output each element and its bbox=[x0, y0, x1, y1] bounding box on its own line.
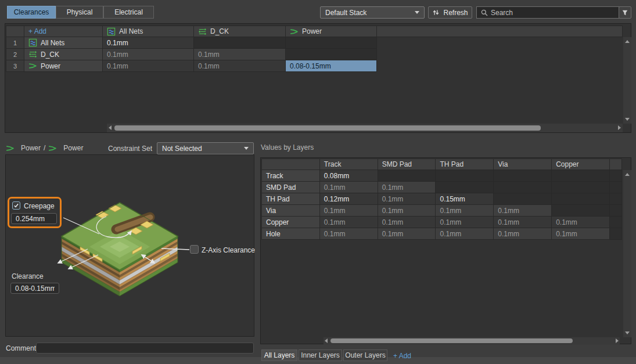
layer-value-cell[interactable]: 0.1mm bbox=[378, 193, 436, 205]
refresh-button[interactable]: Refresh bbox=[428, 6, 472, 19]
layer-value-cell bbox=[610, 205, 622, 217]
search-box[interactable] bbox=[476, 6, 619, 19]
layer-value-cell[interactable]: 0.1mm bbox=[494, 217, 552, 228]
layer-value-cell[interactable] bbox=[552, 193, 610, 205]
layer-tab-all-layers[interactable]: All Layers bbox=[261, 349, 297, 361]
tab-clearances[interactable]: Clearances bbox=[7, 6, 56, 19]
creepage-value-input[interactable] bbox=[11, 213, 57, 224]
values-hscroll-thumb[interactable] bbox=[330, 338, 573, 343]
clearance-cell[interactable]: 0.1mm bbox=[103, 60, 194, 72]
clearance-value-input[interactable] bbox=[10, 283, 59, 294]
layer-value-cell[interactable]: 0.1mm bbox=[378, 228, 436, 240]
refresh-icon bbox=[432, 9, 440, 16]
layer-row-label[interactable]: TH Pad bbox=[262, 193, 320, 205]
chevron-down-icon bbox=[415, 11, 419, 14]
tab-physical[interactable]: Physical bbox=[56, 6, 103, 19]
matrix-corner-cell bbox=[6, 26, 24, 37]
scroll-down-icon[interactable] bbox=[625, 331, 630, 334]
layer-row-label[interactable]: Hole bbox=[262, 228, 320, 240]
comment-input[interactable] bbox=[36, 343, 254, 354]
layer-value-cell[interactable]: 0.1mm bbox=[494, 228, 552, 240]
layer-row-label[interactable]: Via bbox=[262, 205, 320, 217]
filter-button[interactable] bbox=[619, 6, 631, 19]
layer-value-cell[interactable] bbox=[494, 193, 552, 205]
scroll-left-icon[interactable] bbox=[325, 338, 328, 343]
search-input[interactable] bbox=[488, 9, 619, 17]
clearance-cell[interactable]: 0.1mm bbox=[103, 37, 194, 49]
layer-value-cell[interactable]: 0.12mm bbox=[320, 193, 378, 205]
values-hscrollbar[interactable] bbox=[324, 337, 620, 345]
layer-value-cell[interactable]: 0.1mm bbox=[320, 217, 378, 228]
matrix-hscroll-thumb[interactable] bbox=[114, 125, 541, 131]
layer-value-cell bbox=[610, 217, 622, 228]
net-column-header[interactable]: D_CK bbox=[194, 26, 286, 37]
layer-tab-outer-layers[interactable]: Outer Layers bbox=[343, 349, 387, 361]
layer-value-cell[interactable]: 0.1mm bbox=[320, 182, 378, 193]
clearance-cell[interactable] bbox=[194, 37, 286, 49]
clearance-cell[interactable] bbox=[286, 37, 377, 49]
layer-column-header[interactable]: Copper bbox=[552, 159, 610, 170]
clearance-matrix-panel: + Add All Nets D_CK Power1 All Nets0.1mm… bbox=[5, 23, 631, 133]
scroll-right-icon[interactable] bbox=[618, 125, 621, 130]
layer-value-cell[interactable] bbox=[436, 182, 494, 193]
layer-value-cell[interactable]: 0.1mm bbox=[436, 205, 494, 217]
layer-column-header[interactable]: SMD Pad bbox=[378, 159, 436, 170]
creepage-checkbox[interactable] bbox=[12, 201, 20, 210]
layer-value-cell[interactable]: 0.1mm bbox=[378, 205, 436, 217]
net-class-icon bbox=[290, 27, 299, 36]
constraint-set-selector[interactable]: Not Selected bbox=[157, 142, 254, 154]
scroll-up-icon[interactable] bbox=[625, 173, 630, 176]
net-row-label[interactable]: D_CK bbox=[24, 49, 103, 60]
layer-value-cell[interactable] bbox=[494, 182, 552, 193]
scroll-down-icon[interactable] bbox=[625, 118, 630, 121]
matrix-vscrollbar[interactable] bbox=[623, 37, 631, 124]
net-row-label[interactable]: All Nets bbox=[24, 37, 103, 49]
layer-value-cell[interactable] bbox=[552, 182, 610, 193]
layer-value-cell[interactable]: 0.1mm bbox=[494, 205, 552, 217]
row-number: 1 bbox=[6, 37, 24, 49]
clearance-cell[interactable]: 0.1mm bbox=[103, 49, 194, 60]
layer-value-cell[interactable]: 0.1mm bbox=[552, 217, 610, 228]
net-class-icon bbox=[6, 144, 15, 153]
net-icon bbox=[28, 50, 37, 59]
scroll-left-icon[interactable] bbox=[109, 125, 112, 130]
net-column-header[interactable]: Power bbox=[286, 26, 377, 37]
tab-electrical[interactable]: Electrical bbox=[103, 6, 154, 19]
matrix-add-button[interactable]: + Add bbox=[24, 26, 103, 37]
layer-value-cell[interactable] bbox=[378, 170, 436, 182]
layer-value-cell[interactable]: 0.1mm bbox=[436, 228, 494, 240]
layer-value-cell[interactable]: 0.1mm bbox=[552, 228, 610, 240]
layer-row-label[interactable]: SMD Pad bbox=[262, 182, 320, 193]
layer-value-cell[interactable] bbox=[494, 170, 552, 182]
layer-column-header[interactable]: Via bbox=[494, 159, 552, 170]
clearance-cell[interactable]: 0.1mm bbox=[194, 60, 286, 72]
net-row-label[interactable]: Power bbox=[24, 60, 103, 72]
layer-value-cell[interactable]: 0.1mm bbox=[378, 217, 436, 228]
clearance-cell[interactable]: 0.08-0.15mm bbox=[286, 60, 377, 72]
layer-tab-inner-layers[interactable]: Inner Layers bbox=[299, 349, 342, 361]
layer-value-cell[interactable]: 0.1mm bbox=[378, 182, 436, 193]
z-axis-clearance-checkbox[interactable] bbox=[190, 245, 199, 254]
layer-value-cell[interactable]: 0.1mm bbox=[320, 205, 378, 217]
net-column-header[interactable]: All Nets bbox=[103, 26, 194, 37]
layer-row-label[interactable]: Copper bbox=[262, 217, 320, 228]
layer-column-header[interactable]: Track bbox=[320, 159, 378, 170]
layer-value-cell[interactable] bbox=[436, 170, 494, 182]
layer-column-header[interactable]: TH Pad bbox=[436, 159, 494, 170]
layer-value-cell[interactable]: 0.1mm bbox=[320, 228, 378, 240]
matrix-hscrollbar[interactable] bbox=[107, 124, 623, 132]
layer-value-cell[interactable] bbox=[552, 170, 610, 182]
stack-selector[interactable]: Default Stack bbox=[320, 6, 425, 19]
z-axis-clearance-label: Z-Axis Clearance bbox=[202, 246, 255, 254]
values-vscrollbar[interactable] bbox=[623, 170, 631, 337]
layer-value-cell[interactable] bbox=[552, 205, 610, 217]
layer-row-label[interactable]: Track bbox=[262, 170, 320, 182]
layer-value-cell[interactable]: 0.08mm bbox=[320, 170, 378, 182]
clearance-cell[interactable]: 0.1mm bbox=[194, 49, 286, 60]
scroll-up-icon[interactable] bbox=[625, 40, 630, 43]
layer-value-cell[interactable]: 0.1mm bbox=[436, 217, 494, 228]
clearance-cell[interactable] bbox=[286, 49, 377, 60]
scroll-right-icon[interactable] bbox=[616, 338, 619, 343]
layer-add-button[interactable]: + Add bbox=[393, 352, 411, 360]
layer-value-cell[interactable]: 0.15mm bbox=[436, 193, 494, 205]
